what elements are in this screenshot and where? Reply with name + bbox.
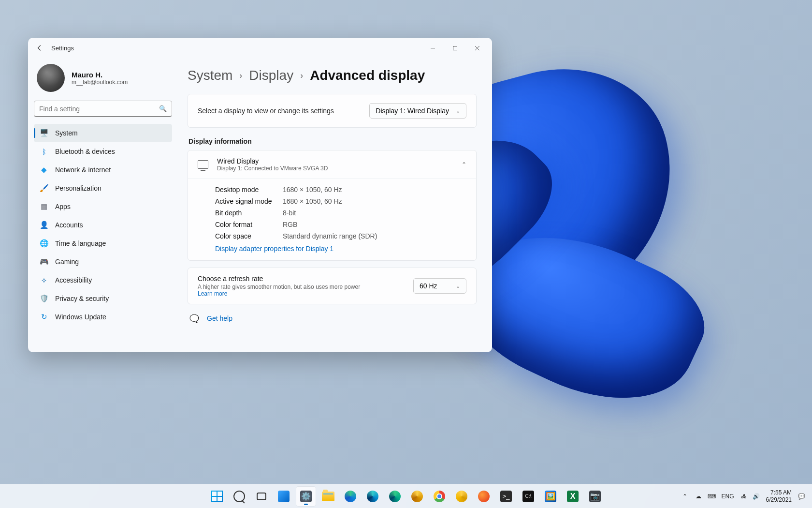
get-help-link[interactable]: Get help xyxy=(207,314,232,322)
tray-status-group[interactable]: 🖧 🔊 xyxy=(740,493,760,500)
app-icon: C:\ xyxy=(522,490,535,503)
learn-more-link[interactable]: Learn more xyxy=(198,290,227,297)
keyboard-icon[interactable]: ⌨ xyxy=(708,493,716,500)
detail-label: Active signal mode xyxy=(215,197,283,205)
sidebar: Mauro H. m__lab@outlook.com 🔍 🖥️SystemᛒB… xyxy=(28,58,178,352)
nav-icon: 🎮 xyxy=(40,257,48,266)
user-email: m__lab@outlook.com xyxy=(72,79,128,86)
widgets-button[interactable] xyxy=(274,487,293,506)
minimize-button[interactable] xyxy=(421,40,444,56)
nav-icon: 👤 xyxy=(40,221,48,229)
notifications-icon[interactable]: 💬 xyxy=(798,493,805,500)
app-icon: ⚙️ xyxy=(300,490,312,503)
titlebar: Settings xyxy=(28,38,492,58)
refresh-rate-value: 60 Hz xyxy=(420,282,437,290)
app-icon xyxy=(433,490,446,503)
display-info-header[interactable]: Wired Display Display 1: Connected to VM… xyxy=(188,150,476,179)
app-icon xyxy=(366,490,379,503)
detail-label: Color space xyxy=(215,232,283,240)
app-icon xyxy=(277,490,290,503)
chevron-up-icon: ⌃ xyxy=(462,161,466,168)
nav-icon: 🌐 xyxy=(40,239,48,248)
section-title-display-info: Display information xyxy=(188,137,477,145)
detail-value: 8-bit xyxy=(283,209,296,217)
tray-chevron-icon[interactable]: ⌃ xyxy=(681,493,689,500)
chrome-canary-app[interactable] xyxy=(452,487,471,506)
help-icon: 🗨️ xyxy=(189,314,198,323)
select-display-prompt: Select a display to view or change its s… xyxy=(198,107,334,115)
detail-row: Active signal mode1680 × 1050, 60 Hz xyxy=(215,195,466,207)
app-icon: >_ xyxy=(500,490,512,503)
search-input[interactable] xyxy=(39,105,159,113)
chevron-right-icon: › xyxy=(300,71,303,81)
edge-beta-app[interactable] xyxy=(385,487,405,506)
chrome-app[interactable] xyxy=(430,487,449,506)
language-indicator[interactable]: ENG xyxy=(722,493,734,500)
sidebar-item-windows-update[interactable]: ↻Windows Update xyxy=(34,308,172,326)
display-selector-dropdown[interactable]: Display 1: Wired Display ⌄ xyxy=(369,103,466,119)
sidebar-item-bluetooth-devices[interactable]: ᛒBluetooth & devices xyxy=(34,142,172,161)
maximize-button[interactable] xyxy=(444,40,466,56)
edge-app[interactable] xyxy=(341,487,360,506)
breadcrumb-display[interactable]: Display xyxy=(249,68,293,83)
detail-row: Desktop mode1680 × 1050, 60 Hz xyxy=(215,184,466,195)
terminal-app[interactable]: >_ xyxy=(496,487,516,506)
close-button[interactable] xyxy=(466,40,488,56)
chevron-down-icon: ⌄ xyxy=(456,283,460,289)
photos-app[interactable]: 🖼️ xyxy=(541,487,560,506)
sidebar-item-label: Personalization xyxy=(55,184,102,192)
task-view-button[interactable] xyxy=(252,487,271,506)
refresh-rate-dropdown[interactable]: 60 Hz ⌄ xyxy=(413,278,466,294)
sidebar-item-label: Gaming xyxy=(55,258,79,266)
app-icon xyxy=(211,490,223,503)
nav-icon: 🖌️ xyxy=(40,184,48,193)
user-profile[interactable]: Mauro H. m__lab@outlook.com xyxy=(34,60,172,101)
sidebar-item-label: Privacy & security xyxy=(55,295,109,302)
edge-canary-app[interactable] xyxy=(407,487,427,506)
detail-row: Bit depth8-bit xyxy=(215,207,466,219)
display-sub: Display 1: Connected to VMware SVGA 3D xyxy=(217,165,328,172)
clock-date: 6/29/2021 xyxy=(766,496,792,504)
search-box[interactable]: 🔍 xyxy=(34,101,172,117)
sidebar-item-network-internet[interactable]: ◆Network & internet xyxy=(34,161,172,179)
camera-app[interactable]: 📷 xyxy=(585,487,605,506)
app-icon: X xyxy=(566,490,579,503)
edge-dev-app[interactable] xyxy=(363,487,382,506)
file-explorer-app[interactable] xyxy=(319,487,338,506)
app-icon xyxy=(389,490,401,503)
search-button[interactable] xyxy=(230,487,249,506)
sidebar-item-label: Apps xyxy=(55,203,71,210)
clock[interactable]: 7:55 AM 6/29/2021 xyxy=(766,489,792,504)
sidebar-item-label: Network & internet xyxy=(55,166,111,174)
sidebar-item-apps[interactable]: ▦Apps xyxy=(34,197,172,216)
sidebar-item-gaming[interactable]: 🎮Gaming xyxy=(34,253,172,271)
sidebar-item-accounts[interactable]: 👤Accounts xyxy=(34,216,172,234)
sidebar-item-accessibility[interactable]: ⟡Accessibility xyxy=(34,271,172,289)
excel-app[interactable]: X xyxy=(563,487,582,506)
nav-icon: 🖥️ xyxy=(40,129,48,137)
start-button[interactable] xyxy=(207,487,227,506)
display-name: Wired Display xyxy=(217,157,328,165)
sidebar-item-privacy-security[interactable]: 🛡️Privacy & security xyxy=(34,289,172,308)
detail-value: RGB xyxy=(283,221,297,228)
svg-rect-0 xyxy=(453,46,457,50)
detail-label: Bit depth xyxy=(215,209,283,217)
help-row: 🗨️ Get help xyxy=(188,314,477,323)
display-details: Desktop mode1680 × 1050, 60 HzActive sig… xyxy=(188,179,476,260)
adapter-properties-link[interactable]: Display adapter properties for Display 1 xyxy=(215,242,334,254)
nav-icon: ↻ xyxy=(40,313,48,321)
nav-icon: ◆ xyxy=(40,165,48,174)
onedrive-icon[interactable]: ☁ xyxy=(695,493,702,500)
sidebar-item-system[interactable]: 🖥️System xyxy=(34,124,172,142)
back-button[interactable] xyxy=(32,40,47,56)
breadcrumb-system[interactable]: System xyxy=(188,68,232,83)
firefox-app[interactable] xyxy=(474,487,493,506)
sidebar-item-time-language[interactable]: 🌐Time & language xyxy=(34,234,172,253)
settings-app[interactable]: ⚙️ xyxy=(296,487,316,506)
cmd-app[interactable]: C:\ xyxy=(519,487,538,506)
sidebar-item-personalization[interactable]: 🖌️Personalization xyxy=(34,179,172,197)
refresh-desc: A higher rate gives smoother motion, but… xyxy=(198,284,372,297)
clock-time: 7:55 AM xyxy=(766,489,792,496)
volume-icon: 🔊 xyxy=(753,493,760,500)
detail-label: Color format xyxy=(215,221,283,228)
